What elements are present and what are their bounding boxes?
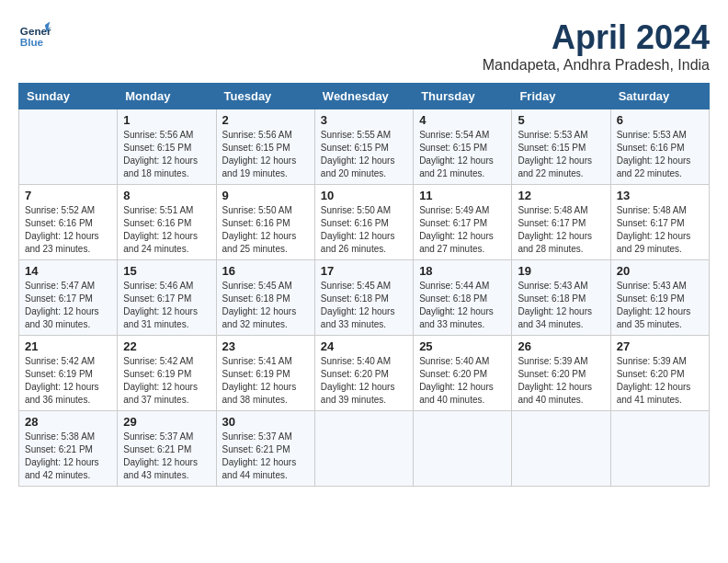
calendar-cell: 8Sunrise: 5:51 AMSunset: 6:16 PMDaylight… bbox=[118, 185, 216, 260]
day-number: 30 bbox=[222, 415, 309, 429]
calendar-cell: 9Sunrise: 5:50 AMSunset: 6:16 PMDaylight… bbox=[216, 185, 314, 260]
calendar-cell: 15Sunrise: 5:46 AMSunset: 6:17 PMDayligh… bbox=[118, 260, 216, 336]
calendar-cell: 7Sunrise: 5:52 AMSunset: 6:16 PMDaylight… bbox=[19, 185, 118, 260]
week-row-4: 21Sunrise: 5:42 AMSunset: 6:19 PMDayligh… bbox=[19, 336, 710, 411]
day-info: Sunrise: 5:45 AMSunset: 6:18 PMDaylight:… bbox=[222, 280, 309, 331]
calendar-cell bbox=[314, 411, 413, 487]
title-section: April 2024 Mandapeta, Andhra Pradesh, In… bbox=[483, 18, 710, 74]
day-number: 24 bbox=[321, 339, 407, 353]
day-number: 6 bbox=[617, 113, 703, 127]
day-number: 4 bbox=[419, 113, 506, 127]
day-number: 19 bbox=[518, 264, 604, 278]
day-number: 16 bbox=[222, 264, 309, 278]
week-row-2: 7Sunrise: 5:52 AMSunset: 6:16 PMDaylight… bbox=[19, 185, 710, 260]
column-header-saturday: Saturday bbox=[610, 84, 709, 109]
day-number: 1 bbox=[123, 113, 210, 127]
day-number: 28 bbox=[25, 415, 111, 429]
day-info: Sunrise: 5:48 AMSunset: 6:17 PMDaylight:… bbox=[617, 204, 703, 256]
day-info: Sunrise: 5:49 AMSunset: 6:17 PMDaylight:… bbox=[419, 204, 506, 256]
day-number: 2 bbox=[222, 113, 309, 127]
day-info: Sunrise: 5:50 AMSunset: 6:16 PMDaylight:… bbox=[321, 204, 407, 256]
day-info: Sunrise: 5:44 AMSunset: 6:18 PMDaylight:… bbox=[419, 280, 506, 331]
day-number: 15 bbox=[123, 264, 210, 278]
calendar-cell bbox=[19, 109, 118, 185]
calendar-cell: 27Sunrise: 5:39 AMSunset: 6:20 PMDayligh… bbox=[610, 336, 709, 411]
svg-text:Blue: Blue bbox=[20, 36, 44, 48]
calendar-cell: 3Sunrise: 5:55 AMSunset: 6:15 PMDaylight… bbox=[314, 109, 413, 185]
day-info: Sunrise: 5:42 AMSunset: 6:19 PMDaylight:… bbox=[123, 355, 210, 407]
calendar-cell: 30Sunrise: 5:37 AMSunset: 6:21 PMDayligh… bbox=[216, 411, 314, 487]
day-number: 5 bbox=[518, 113, 604, 127]
calendar-cell: 12Sunrise: 5:48 AMSunset: 6:17 PMDayligh… bbox=[512, 185, 610, 260]
calendar-cell: 10Sunrise: 5:50 AMSunset: 6:16 PMDayligh… bbox=[314, 185, 413, 260]
day-info: Sunrise: 5:56 AMSunset: 6:15 PMDaylight:… bbox=[123, 129, 210, 180]
day-number: 26 bbox=[518, 339, 604, 353]
day-info: Sunrise: 5:53 AMSunset: 6:16 PMDaylight:… bbox=[617, 129, 703, 180]
week-row-5: 28Sunrise: 5:38 AMSunset: 6:21 PMDayligh… bbox=[19, 411, 710, 487]
month-year-title: April 2024 bbox=[483, 18, 710, 57]
location-subtitle: Mandapeta, Andhra Pradesh, India bbox=[483, 57, 710, 74]
calendar-cell: 24Sunrise: 5:40 AMSunset: 6:20 PMDayligh… bbox=[314, 336, 413, 411]
calendar-cell: 21Sunrise: 5:42 AMSunset: 6:19 PMDayligh… bbox=[19, 336, 118, 411]
day-number: 11 bbox=[419, 189, 506, 202]
calendar-cell: 28Sunrise: 5:38 AMSunset: 6:21 PMDayligh… bbox=[19, 411, 118, 487]
day-info: Sunrise: 5:51 AMSunset: 6:16 PMDaylight:… bbox=[123, 204, 210, 256]
day-info: Sunrise: 5:37 AMSunset: 6:21 PMDaylight:… bbox=[123, 431, 210, 482]
day-info: Sunrise: 5:40 AMSunset: 6:20 PMDaylight:… bbox=[321, 355, 407, 407]
calendar-cell: 2Sunrise: 5:56 AMSunset: 6:15 PMDaylight… bbox=[216, 109, 314, 185]
calendar-cell bbox=[512, 411, 610, 487]
calendar-cell: 13Sunrise: 5:48 AMSunset: 6:17 PMDayligh… bbox=[610, 185, 709, 260]
calendar-cell: 4Sunrise: 5:54 AMSunset: 6:15 PMDaylight… bbox=[414, 109, 512, 185]
day-info: Sunrise: 5:46 AMSunset: 6:17 PMDaylight:… bbox=[123, 280, 210, 331]
column-header-monday: Monday bbox=[118, 84, 216, 109]
day-info: Sunrise: 5:54 AMSunset: 6:15 PMDaylight:… bbox=[419, 129, 506, 180]
day-info: Sunrise: 5:50 AMSunset: 6:16 PMDaylight:… bbox=[222, 204, 309, 256]
column-header-friday: Friday bbox=[512, 84, 610, 109]
day-number: 14 bbox=[25, 264, 111, 278]
day-info: Sunrise: 5:53 AMSunset: 6:15 PMDaylight:… bbox=[518, 129, 604, 180]
day-number: 8 bbox=[123, 189, 210, 202]
day-number: 23 bbox=[222, 339, 309, 353]
calendar-cell: 16Sunrise: 5:45 AMSunset: 6:18 PMDayligh… bbox=[216, 260, 314, 336]
column-header-thursday: Thursday bbox=[414, 84, 512, 109]
day-info: Sunrise: 5:39 AMSunset: 6:20 PMDaylight:… bbox=[617, 355, 703, 407]
day-info: Sunrise: 5:43 AMSunset: 6:19 PMDaylight:… bbox=[617, 280, 703, 331]
day-info: Sunrise: 5:56 AMSunset: 6:15 PMDaylight:… bbox=[222, 129, 309, 180]
column-header-wednesday: Wednesday bbox=[314, 84, 413, 109]
day-info: Sunrise: 5:42 AMSunset: 6:19 PMDaylight:… bbox=[25, 355, 111, 407]
day-number: 20 bbox=[617, 264, 703, 278]
day-info: Sunrise: 5:40 AMSunset: 6:20 PMDaylight:… bbox=[419, 355, 506, 407]
day-number: 7 bbox=[25, 189, 111, 202]
day-info: Sunrise: 5:52 AMSunset: 6:16 PMDaylight:… bbox=[25, 204, 111, 256]
day-info: Sunrise: 5:47 AMSunset: 6:17 PMDaylight:… bbox=[25, 280, 111, 331]
page-header: General Blue April 2024 Mandapeta, Andhr… bbox=[18, 18, 710, 74]
day-info: Sunrise: 5:39 AMSunset: 6:20 PMDaylight:… bbox=[518, 355, 604, 407]
day-number: 3 bbox=[321, 113, 407, 127]
logo: General Blue bbox=[18, 18, 51, 52]
day-number: 17 bbox=[321, 264, 407, 278]
day-number: 18 bbox=[419, 264, 506, 278]
calendar-cell: 25Sunrise: 5:40 AMSunset: 6:20 PMDayligh… bbox=[414, 336, 512, 411]
calendar-cell: 5Sunrise: 5:53 AMSunset: 6:15 PMDaylight… bbox=[512, 109, 610, 185]
calendar-cell: 22Sunrise: 5:42 AMSunset: 6:19 PMDayligh… bbox=[118, 336, 216, 411]
week-row-1: 1Sunrise: 5:56 AMSunset: 6:15 PMDaylight… bbox=[19, 109, 710, 185]
day-number: 25 bbox=[419, 339, 506, 353]
calendar-cell: 18Sunrise: 5:44 AMSunset: 6:18 PMDayligh… bbox=[414, 260, 512, 336]
calendar-cell bbox=[414, 411, 512, 487]
day-number: 22 bbox=[123, 339, 210, 353]
day-info: Sunrise: 5:41 AMSunset: 6:19 PMDaylight:… bbox=[222, 355, 309, 407]
column-header-sunday: Sunday bbox=[19, 84, 118, 109]
calendar-cell: 23Sunrise: 5:41 AMSunset: 6:19 PMDayligh… bbox=[216, 336, 314, 411]
day-info: Sunrise: 5:43 AMSunset: 6:18 PMDaylight:… bbox=[518, 280, 604, 331]
day-number: 13 bbox=[617, 189, 703, 202]
calendar-cell: 26Sunrise: 5:39 AMSunset: 6:20 PMDayligh… bbox=[512, 336, 610, 411]
calendar-cell bbox=[610, 411, 709, 487]
day-number: 27 bbox=[617, 339, 703, 353]
day-number: 10 bbox=[321, 189, 407, 202]
calendar-cell: 14Sunrise: 5:47 AMSunset: 6:17 PMDayligh… bbox=[19, 260, 118, 336]
calendar-cell: 11Sunrise: 5:49 AMSunset: 6:17 PMDayligh… bbox=[414, 185, 512, 260]
calendar-cell: 29Sunrise: 5:37 AMSunset: 6:21 PMDayligh… bbox=[118, 411, 216, 487]
day-number: 9 bbox=[222, 189, 309, 202]
day-info: Sunrise: 5:45 AMSunset: 6:18 PMDaylight:… bbox=[321, 280, 407, 331]
calendar-cell: 20Sunrise: 5:43 AMSunset: 6:19 PMDayligh… bbox=[610, 260, 709, 336]
